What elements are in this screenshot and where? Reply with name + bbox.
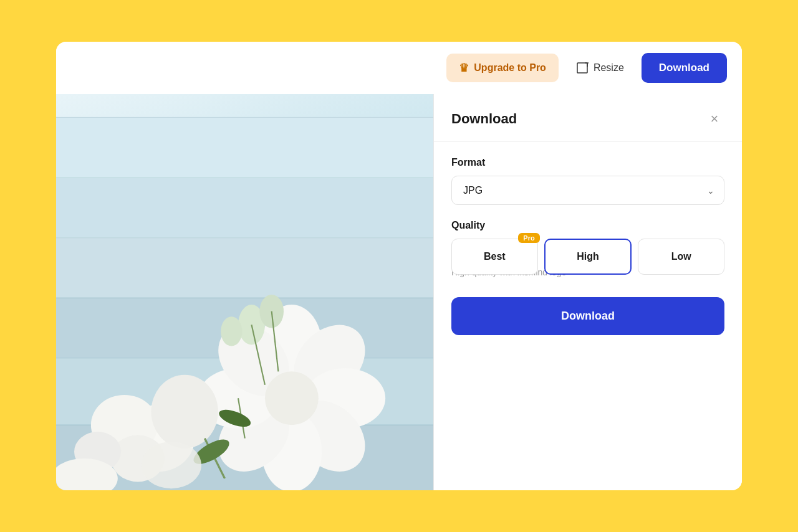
quality-high-button[interactable]: High bbox=[544, 239, 632, 275]
format-select-wrapper: JPG PNG WEBP ⌄ bbox=[451, 176, 724, 205]
svg-point-19 bbox=[265, 371, 319, 425]
format-section: Format JPG PNG WEBP ⌄ bbox=[451, 157, 724, 205]
quality-buttons-group: Pro Best High Low bbox=[451, 239, 724, 275]
upgrade-to-pro-button[interactable]: ♛ Upgrade to Pro bbox=[446, 54, 559, 82]
svg-point-35 bbox=[141, 442, 201, 488]
svg-point-25 bbox=[221, 316, 242, 346]
high-label: High bbox=[577, 251, 599, 262]
download-btn-label: Download bbox=[561, 310, 615, 322]
quality-section: Quality Pro Best High Low High qua bbox=[451, 220, 724, 277]
svg-rect-6 bbox=[56, 238, 433, 298]
quality-low-button[interactable]: Low bbox=[638, 239, 724, 275]
upgrade-label: Upgrade to Pro bbox=[474, 62, 546, 74]
svg-rect-0 bbox=[577, 63, 587, 73]
svg-point-22 bbox=[151, 375, 218, 449]
pro-badge: Pro bbox=[518, 233, 539, 243]
low-label: Low bbox=[671, 251, 691, 262]
panel-body: Format JPG PNG WEBP ⌄ Quality bbox=[434, 142, 742, 350]
download-panel: Download × Format JPG PNG WEBP ⌄ bbox=[433, 94, 742, 490]
close-button[interactable]: × bbox=[704, 109, 724, 129]
app-container: ♛ Upgrade to Pro Resize Download bbox=[56, 42, 742, 490]
quality-best-button[interactable]: Pro Best bbox=[451, 239, 538, 275]
panel-header: Download × bbox=[434, 94, 742, 142]
panel-title: Download bbox=[451, 111, 517, 127]
best-label: Best bbox=[484, 251, 506, 262]
close-icon: × bbox=[711, 111, 719, 127]
crown-icon: ♛ bbox=[459, 61, 469, 75]
svg-rect-36 bbox=[56, 117, 433, 237]
resize-button[interactable]: Resize bbox=[566, 54, 634, 82]
download-header-label: Download bbox=[659, 62, 709, 74]
resize-icon bbox=[576, 62, 589, 74]
format-label: Format bbox=[451, 157, 724, 168]
download-action-button[interactable]: Download bbox=[451, 297, 724, 335]
image-panel bbox=[56, 94, 433, 490]
content-area: Download × Format JPG PNG WEBP ⌄ bbox=[56, 94, 742, 490]
format-select[interactable]: JPG PNG WEBP bbox=[451, 176, 724, 205]
quality-label: Quality bbox=[451, 220, 724, 231]
resize-label: Resize bbox=[594, 62, 624, 74]
toolbar: ♛ Upgrade to Pro Resize Download bbox=[56, 42, 742, 94]
download-header-button[interactable]: Download bbox=[642, 53, 727, 83]
